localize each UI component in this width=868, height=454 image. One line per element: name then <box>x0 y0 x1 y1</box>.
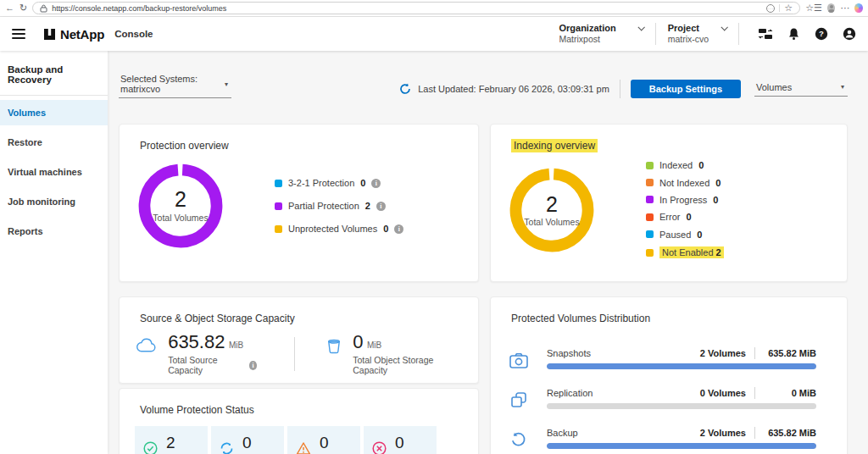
legend-value: 0 <box>686 212 691 222</box>
source-capacity-label: Total Source Capacity <box>168 355 244 375</box>
healthy-check-icon <box>143 441 158 454</box>
camera-icon <box>509 352 528 368</box>
legend-label: Not Indexed <box>659 178 709 188</box>
organization-selector[interactable]: Organization Matrixpost <box>559 23 643 46</box>
app-header: NetApp Console Organization Matrixpost P… <box>0 17 868 51</box>
project-value: matrix-cvo <box>668 34 726 45</box>
protection-total-label: Total Volumes <box>153 213 208 224</box>
replication-copy-icon <box>509 391 528 408</box>
legend-swatch <box>646 230 654 238</box>
scope-dropdown[interactable]: Volumes ▾ <box>754 82 848 97</box>
last-updated-text: Last Updated: February 06 2026, 03:09:31… <box>418 84 609 94</box>
indexing-overview-title: Indexing overview <box>491 125 847 152</box>
legend-swatch <box>275 180 282 187</box>
sidebar-item-reports[interactable]: Reports <box>0 219 108 244</box>
sidebar-item-virtual-machines[interactable]: Virtual machines <box>0 159 108 185</box>
status-value: 0 <box>242 435 284 451</box>
legend-item-not-enabled: Not Enabled 2 <box>646 245 724 260</box>
browser-menu-icon[interactable]: ⋯ <box>840 3 849 13</box>
legend-value: 0 <box>715 178 721 188</box>
distribution-title: Protected Volumes Distribution <box>491 297 847 324</box>
protected-volumes-distribution-card: Protected Volumes Distribution Snapshots… <box>490 296 848 454</box>
protection-overview-card: Protection overview 2 Total Volumes <box>119 124 479 282</box>
indexing-donut-chart: 2 Total Volumes <box>508 166 596 254</box>
legend-swatch <box>646 162 654 169</box>
distribution-size: 635.82 MiB <box>764 348 816 358</box>
svg-text:?: ? <box>819 29 824 38</box>
legend-item: Indexed 0 <box>646 158 724 172</box>
organization-value: Matrixpost <box>559 34 643 45</box>
distribution-size: 635.82 MiB <box>764 428 816 438</box>
legend-item: In Progress 0 <box>646 193 724 207</box>
help-icon[interactable]: ? <box>815 27 828 41</box>
info-icon[interactable]: i <box>376 202 386 211</box>
indexing-total-label: Total Volumes <box>524 218 579 228</box>
page-actions-icon[interactable]: ··· <box>766 4 775 13</box>
sidebar-item-volumes[interactable]: Volumes <box>0 100 108 125</box>
status-value: 2 <box>166 435 193 451</box>
volume-protection-status-card: Volume Protection Status 2Healthy 0In Pr… <box>119 388 479 454</box>
hamburger-menu-icon[interactable] <box>12 29 25 39</box>
protection-total-value: 2 <box>175 188 186 212</box>
indexing-total-value: 2 <box>546 193 558 217</box>
legend-value: 0 <box>360 178 365 188</box>
legend-swatch <box>275 202 282 210</box>
toolbar: Selected Systems: matrixcvo ▾ Last Updat… <box>119 76 848 98</box>
capacity-card: Source & Object Storage Capacity 635.82 … <box>119 296 479 384</box>
scope-dropdown-value: Volumes <box>756 82 792 92</box>
sidebar-section-title: Backup and Recovery <box>0 59 108 95</box>
sidebar-item-restore[interactable]: Restore <box>0 130 108 155</box>
failed-x-icon <box>372 441 387 454</box>
status-tile-warning: 0Warning <box>287 426 360 454</box>
organization-label: Organization <box>559 23 615 35</box>
account-icon[interactable] <box>843 27 856 41</box>
favorite-star-icon[interactable]: ☆ <box>784 3 793 13</box>
legend-label: 3-2-1 Protection <box>288 178 354 188</box>
legend-label: Error <box>659 212 680 222</box>
status-value: 0 <box>320 435 349 451</box>
bucket-icon <box>327 338 341 355</box>
protection-legend: 3-2-1 Protection 0 i Partial Protection … <box>275 172 403 241</box>
browser-refresh-icon[interactable]: ↻ <box>19 3 27 13</box>
distribution-label: Snapshots <box>547 348 591 358</box>
project-selector[interactable]: Project matrix-cvo <box>668 23 726 46</box>
info-icon[interactable]: i <box>371 179 381 188</box>
legend-label: Paused <box>659 230 691 240</box>
sidebar-item-job-monitoring[interactable]: Job monitoring <box>0 189 108 214</box>
source-capacity-unit: MiB <box>229 340 243 350</box>
copilot-icon[interactable] <box>854 3 863 13</box>
legend-label: Unprotected Volumes <box>288 224 377 234</box>
refresh-icon[interactable] <box>399 83 411 95</box>
legend-label: Partial Protection <box>288 201 359 211</box>
legend-item: Not Indexed 0 <box>646 176 724 190</box>
netapp-logo[interactable]: NetApp <box>44 27 104 42</box>
distribution-label: Backup <box>547 428 578 438</box>
source-capacity-value: 635.82 <box>168 331 225 352</box>
legend-item: Error 0 <box>646 210 724 224</box>
info-icon[interactable]: i <box>249 361 258 370</box>
workloads-icon[interactable] <box>758 27 773 41</box>
url-text: https://console.netapp.com/backup-restor… <box>52 4 762 13</box>
in-progress-sync-icon <box>220 441 234 454</box>
legend-value: 2 <box>716 247 721 257</box>
app-title: Console <box>114 29 153 39</box>
netapp-mark-icon <box>44 29 55 40</box>
info-icon[interactable]: i <box>394 224 403 234</box>
backup-settings-button[interactable]: Backup Settings <box>631 80 741 98</box>
protection-overview-title: Protection overview <box>120 125 478 152</box>
indexing-overview-card: Indexing overview 2 Total Volumes <box>490 124 848 282</box>
address-bar[interactable]: https://console.netapp.com/backup-restor… <box>32 2 800 14</box>
browser-profile-avatar[interactable] <box>827 3 836 13</box>
legend-label: Indexed <box>659 160 693 170</box>
brand-name: NetApp <box>60 27 104 42</box>
legend-item: Unprotected Volumes 0 i <box>275 222 403 235</box>
legend-value: 2 <box>365 201 370 211</box>
status-tile-in-progress: 0In Progress <box>211 426 284 454</box>
selected-systems-dropdown[interactable]: Selected Systems: matrixcvo ▾ <box>119 74 231 98</box>
distribution-volumes: 2 Volumes <box>700 348 746 358</box>
browser-back-icon[interactable]: ← <box>5 3 14 13</box>
notifications-bell-icon[interactable] <box>787 27 800 41</box>
legend-swatch <box>646 179 654 186</box>
screen: ← ↻ https://console.netapp.com/backup-re… <box>0 0 868 454</box>
collections-icon[interactable]: ☆☰ <box>805 3 822 13</box>
